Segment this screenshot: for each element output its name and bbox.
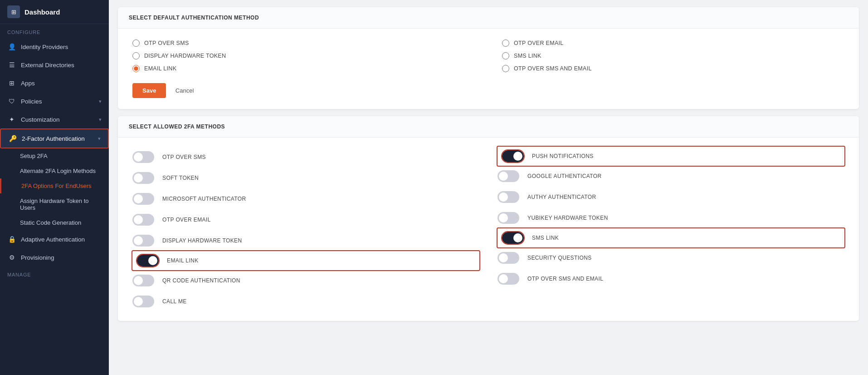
- method-otp-sms-email-label: OTP OVER SMS AND EMAIL: [527, 276, 603, 282]
- radio-otp-sms-email-label: OTP OVER SMS AND EMAIL: [514, 65, 592, 72]
- sidebar-item-customization[interactable]: ✦ Customization ▾: [0, 110, 109, 128]
- method-security-q: SECURITY QUESTIONS: [497, 247, 844, 268]
- sidebar-label-apps: Apps: [21, 80, 102, 87]
- toggle-email-link[interactable]: [137, 255, 159, 266]
- toggle-call-me[interactable]: [132, 296, 154, 307]
- radio-sms-link-label: SMS LINK: [514, 53, 541, 59]
- sidebar-header: ⊞ Dashboard: [0, 0, 109, 24]
- manage-section-label: Manage: [0, 266, 109, 280]
- method-otp-email: OTP OVER EMAIL: [132, 209, 479, 230]
- provisioning-icon: ⚙: [7, 253, 16, 262]
- sidebar-label-customization: Customization: [21, 116, 94, 123]
- static-code-label: Static Code Generation: [20, 219, 81, 226]
- 2fa-chevron-icon: ▾: [98, 136, 101, 142]
- method-qr-code-label: QR CODE AUTHENTICATION: [162, 277, 240, 284]
- method-push-notif: PUSH NOTIFICATIONS: [497, 146, 845, 167]
- policies-icon: 🛡: [7, 97, 16, 106]
- sidebar-item-apps[interactable]: ⊞ Apps: [0, 74, 109, 92]
- 2fa-icon: 🔑: [8, 134, 17, 143]
- main-content: SELECT DEFAULT AUTHENTICATION METHOD OTP…: [109, 0, 868, 375]
- toggle-qr-code[interactable]: [132, 275, 154, 286]
- toggle-google-auth[interactable]: [497, 170, 519, 182]
- sidebar-item-provisioning[interactable]: ⚙ Provisioning: [0, 248, 109, 266]
- radio-otp-email[interactable]: OTP OVER EMAIL: [502, 39, 844, 47]
- sidebar-item-adaptive-auth[interactable]: 🔒 Adaptive Authentication: [0, 230, 109, 248]
- cancel-button[interactable]: Cancel: [168, 83, 201, 98]
- radio-email-link-input[interactable]: [132, 65, 140, 72]
- radio-otp-sms-email[interactable]: OTP OVER SMS AND EMAIL: [502, 65, 844, 72]
- toggle-authy-auth[interactable]: [497, 191, 519, 203]
- method-soft-token-label: SOFT TOKEN: [162, 175, 199, 181]
- methods-left-col: OTP OVER SMS SOFT TOKEN MICROS: [132, 147, 479, 312]
- sidebar-subitem-assign-hardware[interactable]: Assign Hardware Token to Users: [0, 193, 109, 215]
- toggle-google-auth-slider: [497, 170, 519, 182]
- method-otp-sms-label: OTP OVER SMS: [162, 154, 206, 160]
- radio-display-hw-input[interactable]: [132, 52, 140, 59]
- customization-icon: ✦: [7, 115, 16, 124]
- sidebar-item-policies[interactable]: 🛡 Policies ▾: [0, 92, 109, 110]
- toggle-sms-link[interactable]: [502, 232, 524, 244]
- toggle-push-notif[interactable]: [502, 150, 524, 162]
- sidebar-subitem-static-code[interactable]: Static Code Generation: [0, 215, 109, 230]
- toggle-sms-link-slider: [502, 232, 524, 244]
- method-sms-link-label: SMS LINK: [532, 235, 559, 241]
- configure-section-label: Configure: [0, 24, 109, 38]
- toggle-email-link-slider: [137, 255, 159, 266]
- app-title: Dashboard: [24, 8, 60, 16]
- app-icon: ⊞: [7, 5, 20, 18]
- default-auth-title: SELECT DEFAULT AUTHENTICATION METHOD: [118, 7, 859, 29]
- sidebar-item-2fa[interactable]: 🔑 2-Factor Authentication ▾: [0, 128, 109, 148]
- toggle-authy-auth-slider: [497, 191, 519, 203]
- sidebar-item-external-directories[interactable]: ☰ External Directories: [0, 56, 109, 74]
- default-auth-section: SELECT DEFAULT AUTHENTICATION METHOD OTP…: [118, 7, 859, 109]
- apps-icon: ⊞: [7, 79, 16, 88]
- assign-hardware-label: Assign Hardware Token to Users: [20, 197, 102, 211]
- sidebar-label-policies: Policies: [21, 98, 94, 105]
- toggle-otp-email[interactable]: [132, 214, 154, 226]
- method-display-hw-label: DISPLAY HARDWARE TOKEN: [162, 237, 242, 244]
- method-sms-link: SMS LINK: [497, 227, 845, 248]
- sidebar-subitem-alternate-2fa[interactable]: Alternate 2FA Login Methods: [0, 163, 109, 178]
- radio-display-hw[interactable]: DISPLAY HARDWARE TOKEN: [132, 52, 475, 59]
- radio-otp-email-input[interactable]: [502, 39, 509, 47]
- 2fa-options-label: 2FA Options For EndUsers: [21, 183, 92, 189]
- radio-sms-link[interactable]: SMS LINK: [502, 52, 844, 59]
- toggle-otp-sms[interactable]: [132, 151, 154, 163]
- toggle-display-hw[interactable]: [132, 235, 154, 247]
- toggle-call-me-slider: [132, 296, 154, 307]
- method-otp-email-label: OTP OVER EMAIL: [162, 217, 211, 223]
- save-button[interactable]: Save: [132, 83, 166, 98]
- toggle-yubikey-slider: [497, 212, 519, 224]
- radio-otp-sms-email-input[interactable]: [502, 65, 509, 72]
- sidebar-subitem-2fa-options[interactable]: 2FA Options For EndUsers: [0, 178, 109, 193]
- method-authy-auth: AUTHY AUTHENTICATOR: [497, 187, 844, 207]
- radio-otp-sms-input[interactable]: [132, 39, 140, 47]
- sidebar-label-provisioning: Provisioning: [21, 254, 102, 261]
- allowed-2fa-title: SELECT ALLOWED 2FA METHODS: [118, 116, 859, 138]
- toggle-soft-token[interactable]: [132, 172, 154, 184]
- method-call-me: CALL ME: [132, 291, 479, 312]
- toggle-security-q-slider: [497, 252, 519, 264]
- method-soft-token: SOFT TOKEN: [132, 168, 479, 188]
- radio-email-link-label: EMAIL LINK: [144, 65, 176, 72]
- external-directories-icon: ☰: [7, 60, 16, 69]
- toggle-ms-auth[interactable]: [132, 193, 154, 205]
- method-ms-auth-label: MICROSOFT AUTHENTICATOR: [162, 196, 246, 202]
- toggle-security-q[interactable]: [497, 252, 519, 264]
- method-ms-auth: MICROSOFT AUTHENTICATOR: [132, 188, 479, 209]
- radio-sms-link-input[interactable]: [502, 52, 509, 59]
- radio-email-link[interactable]: EMAIL LINK: [132, 65, 475, 72]
- method-push-notif-label: PUSH NOTIFICATIONS: [532, 153, 594, 159]
- identity-providers-icon: 👤: [7, 42, 16, 51]
- toggle-otp-sms-email[interactable]: [497, 273, 519, 285]
- radio-otp-sms[interactable]: OTP OVER SMS: [132, 39, 475, 47]
- sidebar-subitem-setup-2fa[interactable]: Setup 2FA: [0, 148, 109, 163]
- toggle-push-notif-slider: [502, 150, 524, 162]
- sidebar-item-identity-providers[interactable]: 👤 Identity Providers: [0, 38, 109, 56]
- method-yubikey: YUBIKEY HARDWARE TOKEN: [497, 207, 844, 228]
- method-otp-sms: OTP OVER SMS: [132, 147, 479, 168]
- toggle-yubikey[interactable]: [497, 212, 519, 224]
- allowed-2fa-section: SELECT ALLOWED 2FA METHODS OTP OVER SMS: [118, 116, 859, 321]
- toggle-otp-sms-slider: [132, 151, 154, 163]
- radio-otp-sms-label: OTP OVER SMS: [144, 40, 189, 46]
